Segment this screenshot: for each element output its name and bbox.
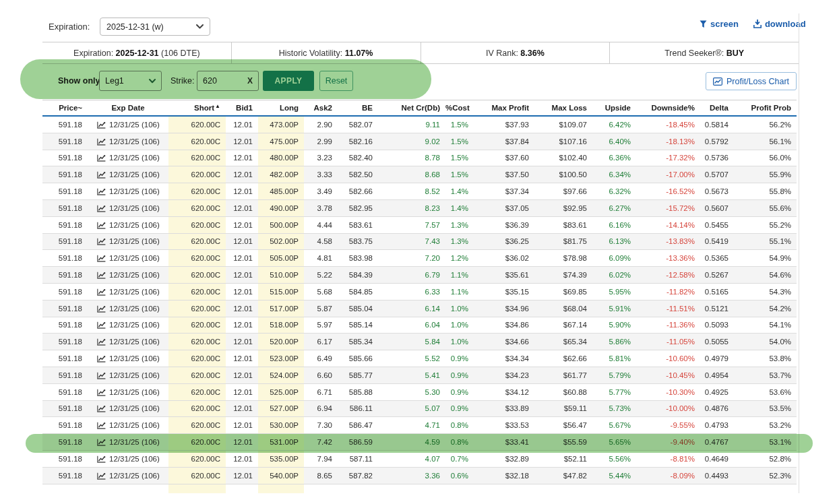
table-row[interactable]: 591.18 12/31/25 (106) 620.00C 12.01 505.…	[42, 250, 797, 267]
table-row[interactable]: 591.18 12/31/25 (106) 620.00C 12.01 473.…	[42, 116, 797, 133]
profit-loss-chart-button[interactable]: Profit/Loss Chart	[706, 72, 797, 90]
long-strike-cell: 485.00P	[258, 183, 304, 200]
price-cell: 591.18	[42, 317, 88, 334]
table-row[interactable]: 591.18 12/31/25 (106) 620.00C 12.01 531.…	[42, 434, 797, 451]
table-row[interactable]: 591.18 12/31/25 (106) 620.00C 12.01 540.…	[42, 467, 797, 484]
col-header-pct-cost[interactable]: %Cost	[445, 100, 474, 117]
line-chart-icon[interactable]	[97, 288, 106, 296]
exp-date-text: 12/31/25 (106)	[109, 472, 160, 480]
show-only-select[interactable]: Leg1	[99, 71, 162, 91]
table-row[interactable]: 591.18 12/31/25 (106) 620.00C 12.01 530.…	[42, 417, 797, 434]
col-header-exp-date[interactable]: Exp Date	[88, 100, 168, 117]
table-row[interactable]: 591.18 12/31/25 (106) 620.00C 12.01 480.…	[42, 150, 797, 166]
table-row[interactable]: 591.18 12/31/25 (106) 620.00C 12.01 482.…	[42, 166, 797, 183]
strike-input[interactable]: 620 X	[197, 71, 259, 91]
short-strike-cell: 620.00C	[168, 133, 226, 150]
toolbar-links: screen download	[700, 19, 806, 29]
table-row[interactable]: 591.18 12/31/25 (106) 620.00C 12.01 527.…	[42, 400, 797, 417]
pct-cost-cell: 1.1%	[445, 267, 474, 284]
col-header-delta[interactable]: Delta	[700, 100, 734, 117]
options-table: Price~ Exp Date Short▲ Bid1 Long Ask2 BE…	[42, 100, 797, 484]
be-cell: 585.34	[338, 334, 378, 350]
line-chart-icon[interactable]	[97, 405, 106, 412]
line-chart-icon[interactable]	[97, 372, 106, 379]
col-header-long[interactable]: Long	[258, 100, 304, 117]
max-loss-cell: $67.14	[534, 317, 592, 334]
line-chart-icon[interactable]	[97, 272, 106, 279]
download-button[interactable]: download	[753, 19, 806, 29]
table-row[interactable]: 591.18 12/31/25 (106) 620.00C 12.01 502.…	[42, 233, 797, 250]
line-chart-icon[interactable]	[97, 238, 106, 245]
line-chart-icon[interactable]	[97, 188, 106, 195]
col-header-bid1[interactable]: Bid1	[226, 100, 258, 117]
table-row[interactable]: 591.18 12/31/25 (106) 620.00C 12.01 475.…	[42, 133, 797, 150]
delta-cell: 0.5267	[700, 267, 734, 284]
apply-button[interactable]: APPLY	[263, 71, 314, 91]
short-strike-cell: 620.00C	[168, 283, 226, 300]
clear-strike-icon[interactable]: X	[247, 76, 253, 86]
line-chart-icon[interactable]	[97, 321, 106, 329]
line-chart-icon[interactable]	[97, 389, 106, 396]
line-chart-icon[interactable]	[97, 171, 106, 179]
max-loss-cell: $92.95	[534, 199, 592, 216]
line-chart-icon[interactable]	[97, 138, 106, 146]
pct-cost-cell: 1.0%	[445, 317, 474, 334]
exp-date-cell: 12/31/25 (106)	[88, 383, 168, 400]
upside-cell: 6.02%	[592, 267, 636, 284]
max-loss-cell: $55.59	[534, 434, 592, 451]
line-chart-icon[interactable]	[97, 455, 106, 463]
col-header-short[interactable]: Short▲	[168, 100, 226, 117]
screen-button[interactable]: screen	[700, 19, 739, 29]
expiration-select[interactable]: 2025-12-31 (w)	[100, 18, 210, 36]
table-row[interactable]: 591.18 12/31/25 (106) 620.00C 12.01 520.…	[42, 334, 797, 350]
table-row[interactable]: 591.18 12/31/25 (106) 620.00C 12.01 525.…	[42, 383, 797, 400]
line-chart-icon[interactable]	[97, 472, 106, 480]
col-header-downside[interactable]: Downside%	[636, 100, 700, 117]
table-row[interactable]: 591.18 12/31/25 (106) 620.00C 12.01 490.…	[42, 199, 797, 216]
col-header-price[interactable]: Price~	[42, 100, 88, 117]
col-header-profit-prob[interactable]: Profit Prob	[734, 100, 797, 117]
line-chart-icon[interactable]	[97, 422, 106, 429]
delta-cell: 0.5673	[700, 183, 734, 200]
ask2-cell: 2.99	[304, 133, 338, 150]
col-header-ask2[interactable]: Ask2	[304, 100, 338, 117]
table-row[interactable]: 591.18 12/31/25 (106) 620.00C 12.01 535.…	[42, 450, 797, 467]
table-row[interactable]: 591.18 12/31/25 (106) 620.00C 12.01 523.…	[42, 350, 797, 367]
max-profit-cell: $37.84	[474, 133, 534, 150]
col-header-be[interactable]: BE	[338, 100, 378, 117]
table-row[interactable]: 591.18 12/31/25 (106) 620.00C 12.01 485.…	[42, 183, 797, 200]
col-header-max-loss[interactable]: Max Loss	[534, 100, 592, 117]
line-chart-icon[interactable]	[97, 121, 106, 129]
upside-cell: 5.73%	[592, 400, 636, 417]
max-profit-cell: $37.05	[474, 199, 534, 216]
col-header-net-cr-db[interactable]: Net Cr(Db)	[378, 100, 445, 117]
table-row[interactable]: 591.18 12/31/25 (106) 620.00C 12.01 515.…	[42, 283, 797, 300]
exp-date-text: 12/31/25 (106)	[109, 254, 160, 262]
line-chart-icon[interactable]	[97, 439, 106, 446]
table-row[interactable]: 591.18 12/31/25 (106) 620.00C 12.01 518.…	[42, 317, 797, 334]
profit-prob-cell: 54.6%	[734, 267, 797, 284]
line-chart-icon[interactable]	[97, 338, 106, 346]
col-header-upside[interactable]: Upside	[592, 100, 636, 117]
line-chart-icon[interactable]	[97, 305, 106, 313]
pct-cost-cell: 1.3%	[445, 233, 474, 250]
pct-cost-cell: 1.5%	[445, 166, 474, 183]
line-chart-icon[interactable]	[97, 222, 106, 229]
table-row[interactable]: 591.18 12/31/25 (106) 620.00C 12.01 510.…	[42, 267, 797, 284]
line-chart-icon[interactable]	[97, 255, 106, 262]
downside-cell: -17.00%	[636, 166, 700, 183]
table-row[interactable]: 591.18 12/31/25 (106) 620.00C 12.01 524.…	[42, 367, 797, 383]
bid1-cell: 12.01	[226, 166, 258, 183]
table-row[interactable]: 591.18 12/31/25 (106) 620.00C 12.01 500.…	[42, 216, 797, 233]
table-row[interactable]: 591.18 12/31/25 (106) 620.00C 12.01 517.…	[42, 300, 797, 317]
delta-cell: 0.5165	[700, 283, 734, 300]
col-header-max-profit[interactable]: Max Profit	[474, 100, 534, 117]
long-strike-cell: 475.00P	[258, 133, 304, 150]
line-chart-icon[interactable]	[97, 205, 106, 212]
be-cell: 586.59	[338, 434, 378, 451]
line-chart-icon[interactable]	[97, 355, 106, 363]
delta-cell: 0.4925	[700, 383, 734, 400]
reset-button[interactable]: Reset	[319, 71, 353, 91]
line-chart-icon[interactable]	[97, 154, 106, 162]
long-strike-cell: 524.00P	[258, 367, 304, 383]
